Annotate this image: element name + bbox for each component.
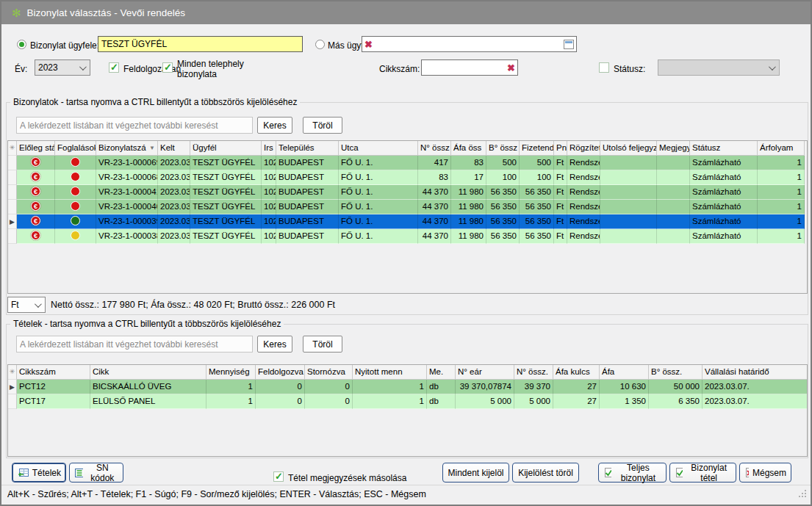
column-header-cancelled[interactable]: Stornózva xyxy=(305,365,353,380)
titlebar[interactable]: ✻ Bizonylat választás - Vevői rendelés xyxy=(1,1,811,24)
column-header-currency[interactable]: Pn xyxy=(554,141,567,156)
column-header-deadline[interactable]: Vállalási határidő xyxy=(703,365,808,380)
column-header-code[interactable]: Cikkszám xyxy=(17,365,90,380)
cell-last_note xyxy=(600,170,657,185)
cell-vat: 11 980 xyxy=(451,229,486,244)
column-header-label: ✳ xyxy=(10,365,15,379)
cell-unit_price: 5 000 xyxy=(456,394,514,409)
column-header-rate[interactable]: Árfolyam xyxy=(758,141,805,156)
cell-doc_no: VR-23-1-000040 xyxy=(96,200,158,214)
sn-codes-button[interactable]: SN kódok xyxy=(69,463,123,482)
reservation-dot-icon xyxy=(71,216,80,225)
documents-table-row[interactable]: €VR-23-1-0000412023.03.TESZT ÜGYFÉL102BU… xyxy=(8,185,807,200)
column-header-vat_key[interactable]: Áfa kulcs xyxy=(553,365,600,380)
documents-table-row[interactable]: ▶€VR-23-1-0000392023.03.TESZT ÜGYFÉL102B… xyxy=(8,214,807,229)
items-search-button[interactable]: Keres xyxy=(257,336,292,353)
window-title: Bizonylat választás - Vevői rendelés xyxy=(27,7,185,18)
column-header-net[interactable]: N° össz. xyxy=(514,365,553,380)
column-header-zip[interactable]: Irs xyxy=(262,141,276,156)
year-select[interactable]: 2023 xyxy=(35,59,90,76)
column-header-label: Áfa öss xyxy=(453,141,481,155)
advance-euro-icon: € xyxy=(31,187,40,196)
column-header-advance[interactable]: Előleg stá xyxy=(17,141,55,156)
all-sites-checkbox[interactable] xyxy=(162,62,173,73)
column-header-label: Árfolyam xyxy=(760,141,793,155)
column-header-doc_no[interactable]: Bizonylatszá▼ xyxy=(96,141,158,156)
items-table-row[interactable]: PCT17ELÜLSŐ PANEL1001db5 0005 000271 350… xyxy=(8,394,807,409)
clear-x-icon[interactable]: ✖ xyxy=(364,40,373,49)
column-header-open_qty[interactable]: Nyitott menn xyxy=(353,365,427,380)
column-header-processed[interactable]: Feldolgozva xyxy=(256,365,305,380)
documents-table-row[interactable]: €VR-23-1-0000682023.03.TESZT ÜGYFÉL102BU… xyxy=(8,170,807,185)
column-header-label: Irs xyxy=(264,141,273,155)
cell-gross: 56 350 xyxy=(486,185,520,200)
copy-notes-checkbox[interactable] xyxy=(273,471,284,482)
column-header-gross[interactable]: B° össz. xyxy=(649,365,703,380)
status-select[interactable] xyxy=(658,59,780,76)
column-header-label: Utca xyxy=(341,141,359,155)
column-header-status[interactable]: Státusz xyxy=(690,141,758,156)
documents-table-row[interactable]: €VR-23-1-0000692023.03.TESZT ÜGYFÉL102BU… xyxy=(8,156,807,170)
document-item-button[interactable]: Bizonylat tétel xyxy=(669,463,736,482)
documents-clear-button[interactable]: Töröl xyxy=(303,117,342,134)
column-header-customer[interactable]: Ügyfél xyxy=(190,141,262,156)
column-header-reservation[interactable]: Foglalások xyxy=(55,141,96,156)
column-header-net[interactable]: N° össz xyxy=(418,141,451,156)
other-customer-radio[interactable] xyxy=(315,40,325,49)
chevron-down-icon xyxy=(35,300,42,308)
cell-open_qty: 1 xyxy=(353,394,427,409)
column-header-payable[interactable]: Fizetend xyxy=(520,141,554,156)
items-search-input[interactable] xyxy=(16,336,253,353)
column-header-street[interactable]: Utca xyxy=(339,141,418,156)
documents-table-row[interactable]: €VR-23-1-0000402023.03.TESZT ÜGYFÉL102BU… xyxy=(8,200,807,214)
column-header-city[interactable]: Település xyxy=(276,141,339,156)
clear-selection-button[interactable]: Kijelölést töröl xyxy=(512,463,579,482)
column-header-last_note[interactable]: Utolsó feljegyzé xyxy=(600,141,657,156)
resize-grip[interactable] xyxy=(805,496,806,497)
cell-last_note xyxy=(600,185,657,200)
column-header-label: Bizonylatszá xyxy=(98,141,146,155)
column-header-vat[interactable]: Áfa xyxy=(600,365,649,380)
documents-search-input[interactable] xyxy=(16,117,253,134)
document-customer-radio[interactable] xyxy=(17,40,26,49)
cell-net: 44 370 xyxy=(418,214,451,229)
column-header-gross[interactable]: B° össz xyxy=(486,141,520,156)
column-header-unit_price[interactable]: N° eár xyxy=(456,365,514,380)
row-marker xyxy=(8,229,17,244)
sort-desc-icon: ▼ xyxy=(149,141,155,155)
column-header-recorded[interactable]: Rögzítet xyxy=(567,141,600,156)
currency-select[interactable]: Ft xyxy=(7,297,46,313)
cell-date: 2023.03. xyxy=(158,229,190,244)
cell-note xyxy=(657,185,690,200)
documents-search-button[interactable]: Keres xyxy=(257,117,292,134)
customer-input[interactable] xyxy=(98,36,303,52)
documents-table-row[interactable]: €VR-23-1-0000382023.03.TESZT ÜGYFÉL102BU… xyxy=(8,229,807,244)
row-marker xyxy=(8,394,17,409)
items-clear-button[interactable]: Töröl xyxy=(303,336,342,353)
cell-open_qty: 1 xyxy=(353,380,427,394)
cancel-button[interactable]: Mégsem xyxy=(739,463,791,482)
items-table-row[interactable]: ▶PCT12BICSKAÁLLÓ ÜVEG1001db39 370,078743… xyxy=(8,380,807,394)
other-customer-lookup-field[interactable]: ✖ xyxy=(362,36,577,52)
column-header-unit[interactable]: Me. xyxy=(427,365,456,380)
column-header-note[interactable]: Megjegy xyxy=(657,141,690,156)
column-header-qty[interactable]: Mennyiség xyxy=(206,365,256,380)
column-header-date[interactable]: Kelt xyxy=(158,141,190,156)
full-document-button[interactable]: Teljes bizonylat xyxy=(598,463,667,482)
status-filter-checkbox[interactable] xyxy=(599,62,609,73)
item-number-field[interactable]: ✖ xyxy=(421,59,518,76)
column-header-vat[interactable]: Áfa öss xyxy=(451,141,486,156)
column-header-marker[interactable]: ✳ xyxy=(8,141,17,156)
cell-customer: TESZT ÜGYFÉL xyxy=(190,229,262,244)
column-header-marker[interactable]: ✳ xyxy=(8,365,17,380)
items-detail-button[interactable]: Tételek xyxy=(12,463,66,482)
select-all-button[interactable]: Mindent kijelöl xyxy=(442,463,509,482)
document-check-icon xyxy=(603,467,611,478)
cell-note xyxy=(657,200,690,214)
clear-x-icon[interactable]: ✖ xyxy=(507,63,515,73)
column-header-label: Pn xyxy=(556,141,567,155)
unprocessed-checkbox[interactable] xyxy=(109,62,119,73)
lookup-picker-icon[interactable] xyxy=(564,40,574,49)
column-header-name[interactable]: Cikk xyxy=(90,365,206,380)
reservation-dot-icon xyxy=(71,157,80,167)
